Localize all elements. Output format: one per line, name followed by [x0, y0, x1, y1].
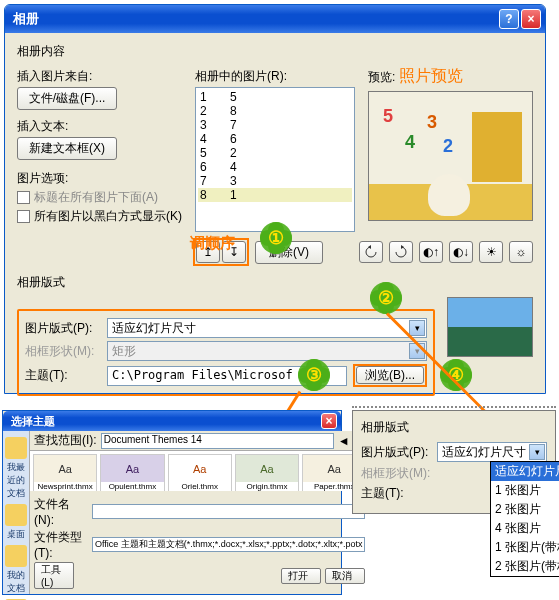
insert-pic-from-label: 插入图片来自: [17, 68, 185, 85]
dd-picture-layout-label: 图片版式(P): [361, 444, 431, 461]
help-button[interactable]: ? [499, 9, 519, 29]
preview-label: 预览: [368, 69, 395, 86]
file-toolbar: 查找范围(I): Document Themes 14 ◄ ▲ [30, 431, 369, 451]
file-sidebar: 我最近的文档桌面我的文档我的电脑网上邻居 [3, 431, 30, 594]
list-item[interactable]: 81 [198, 188, 352, 202]
dropdown-option[interactable]: 4 张图片 [491, 519, 559, 538]
list-item[interactable]: 52 [198, 146, 352, 160]
dropdown-option[interactable]: 2 张图片(带标题) [491, 557, 559, 576]
frame-shape-combo: 矩形 ▾ [107, 341, 427, 361]
pics-in-album-label: 相册中的图片(R): [195, 68, 358, 85]
theme-item[interactable]: AaOrigin.thmx [235, 454, 299, 491]
file-cancel-button[interactable]: 取消 [325, 568, 365, 584]
back-icon[interactable]: ◄ [338, 434, 350, 448]
contrast-up-button[interactable]: ◐↑ [419, 241, 443, 263]
list-item[interactable]: 37 [198, 118, 352, 132]
sidebar-item[interactable]: 我的文档 [5, 545, 27, 595]
close-button[interactable]: × [321, 413, 337, 429]
path-label: 查找范围(I): [34, 432, 97, 449]
rotate-right-button[interactable] [389, 241, 413, 263]
step-marker-3: ③ [298, 359, 330, 391]
step-marker-1: ① [260, 222, 292, 254]
caption-below-label: 标题在所有图片下面(A) [34, 189, 158, 206]
new-textbox-button[interactable]: 新建文本框(X) [17, 137, 117, 160]
dropdown-option[interactable]: 适应幻灯片尺寸 [491, 462, 559, 481]
frame-shape-value: 矩形 [112, 344, 136, 358]
caption-below-checkbox-row[interactable]: 标题在所有图片下面(A) [17, 189, 185, 206]
all-bw-label: 所有图片以黑白方式显示(K) [34, 208, 182, 225]
insert-text-label: 插入文本: [17, 118, 185, 135]
dropdown-option[interactable]: 1 张图片 [491, 481, 559, 500]
layout-dropdown-popup: 相册版式 图片版式(P): 适应幻灯片尺寸 ▾ 相框形状(M): 主题(T): … [352, 410, 556, 514]
brightness-down-button[interactable]: ☼ [509, 241, 533, 263]
dd-section-label: 相册版式 [361, 419, 547, 436]
step-marker-4: ④ [440, 359, 472, 391]
theme-label: 主题(T): [25, 367, 101, 384]
theme-item[interactable]: AaOriel.thmx [168, 454, 232, 491]
window-buttons: ? × [499, 9, 541, 29]
dd-frame-shape-label: 相框形状(M): [361, 465, 431, 482]
all-bw-checkbox-row[interactable]: 所有图片以黑白方式显示(K) [17, 208, 185, 225]
filename-label: 文件名(N): [34, 496, 88, 527]
sidebar-item[interactable]: 我最近的文档 [5, 437, 27, 500]
picture-listbox[interactable]: 1528374652647381 [195, 87, 355, 232]
rotate-left-button[interactable] [359, 241, 383, 263]
filename-input[interactable] [92, 504, 365, 519]
filetype-combo[interactable]: Office 主题和主题文档(*.thmx;*.docx;*.xlsx;*.pp… [92, 537, 365, 552]
browse-button[interactable]: 浏览(B)... [356, 366, 424, 384]
file-dialog-title: 选择主题 [11, 414, 321, 429]
contrast-down-button[interactable]: ◐↓ [449, 241, 473, 263]
chevron-down-icon[interactable]: ▾ [409, 320, 425, 336]
picture-layout-combo[interactable]: 适应幻灯片尺寸 ▾ [107, 318, 427, 338]
album-layout-section-label: 相册版式 [17, 274, 533, 291]
adjust-order-label: 调顺序 [190, 234, 235, 253]
frame-shape-label: 相框形状(M): [25, 343, 101, 360]
dialog-title: 相册 [13, 10, 499, 28]
brightness-up-button[interactable]: ☀ [479, 241, 503, 263]
dd-picture-layout-value: 适应幻灯片尺寸 [442, 445, 526, 459]
tools-button[interactable]: 工具(L) [34, 562, 74, 589]
all-bw-checkbox[interactable] [17, 210, 30, 223]
dd-picture-layout-combo[interactable]: 适应幻灯片尺寸 ▾ [437, 442, 547, 462]
path-combo[interactable]: Document Themes 14 [101, 433, 334, 449]
pic-options-label: 图片选项: [17, 170, 185, 187]
album-dialog: 相册 ? × 相册内容 插入图片来自: 文件/磁盘(F)... 插入文本: 新建… [4, 4, 546, 394]
open-button[interactable]: 打开 [281, 568, 321, 584]
preview-image: 5 4 3 2 [368, 91, 533, 221]
list-item[interactable]: 28 [198, 104, 352, 118]
preview-overlay-text: 照片预览 [399, 66, 463, 87]
picture-layout-value: 适应幻灯片尺寸 [112, 321, 196, 335]
dropdown-option[interactable]: 2 张图片 [491, 500, 559, 519]
picture-layout-label: 图片版式(P): [25, 320, 101, 337]
step-marker-2: ② [370, 282, 402, 314]
theme-grid[interactable]: AaNewsprint.thmxAaOpulent.thmxAaOriel.th… [30, 451, 369, 491]
theme-item[interactable]: AaOpulent.thmx [100, 454, 164, 491]
filetype-label: 文件类型(T): [34, 529, 88, 560]
dd-theme-label: 主题(T): [361, 485, 431, 502]
titlebar: 相册 ? × [5, 5, 545, 33]
chevron-down-icon[interactable]: ▾ [529, 444, 545, 460]
list-item[interactable]: 15 [198, 90, 352, 104]
list-item[interactable]: 64 [198, 160, 352, 174]
theme-file-dialog: 选择主题 × 我最近的文档桌面我的文档我的电脑网上邻居 查找范围(I): Doc… [2, 410, 342, 595]
file-disk-button[interactable]: 文件/磁盘(F)... [17, 87, 117, 110]
layout-thumbnail [447, 297, 533, 357]
dropdown-option[interactable]: 1 张图片(带标题) [491, 538, 559, 557]
album-content-label: 相册内容 [17, 43, 533, 60]
file-dialog-titlebar: 选择主题 × [3, 411, 341, 431]
caption-below-checkbox[interactable] [17, 191, 30, 204]
list-item[interactable]: 73 [198, 174, 352, 188]
dd-option-list[interactable]: 适应幻灯片尺寸1 张图片2 张图片4 张图片1 张图片(带标题)2 张图片(带标… [490, 461, 559, 577]
dialog-body: 相册内容 插入图片来自: 文件/磁盘(F)... 插入文本: 新建文本框(X) … [5, 33, 545, 404]
theme-item[interactable]: AaNewsprint.thmx [33, 454, 97, 491]
layout-group: 图片版式(P): 适应幻灯片尺寸 ▾ 相框形状(M): 矩形 ▾ 主题(T): … [17, 309, 435, 396]
sidebar-item[interactable]: 桌面 [5, 504, 27, 541]
close-button[interactable]: × [521, 9, 541, 29]
list-item[interactable]: 46 [198, 132, 352, 146]
